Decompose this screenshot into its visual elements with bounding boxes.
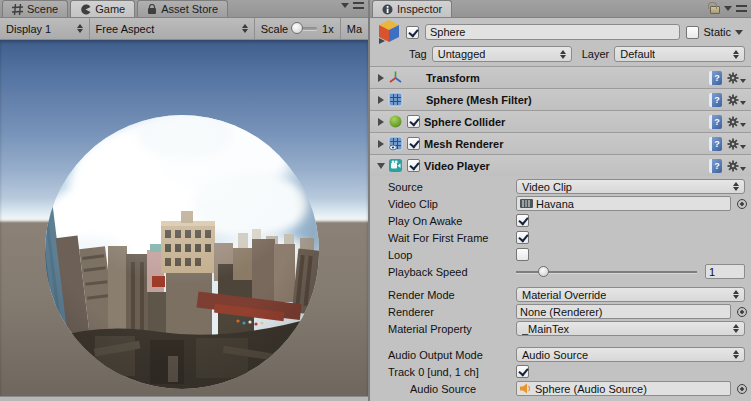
- tab-asset-store[interactable]: Asset Store: [137, 0, 228, 17]
- video-clip-object-field[interactable]: Havana: [516, 196, 731, 211]
- gameobject-cube-icon[interactable]: [376, 18, 406, 46]
- help-icon[interactable]: ?: [709, 71, 722, 85]
- component-enabled-checkbox[interactable]: [407, 137, 420, 150]
- playback-speed-slider[interactable]: [516, 265, 697, 278]
- playback-speed-field[interactable]: 1: [705, 264, 745, 279]
- layer-label: Layer: [582, 48, 610, 60]
- dropdown-arrow-icon: [724, 6, 732, 11]
- dropdown-arrow-icon: [341, 3, 349, 8]
- tab-game-label: Game: [95, 3, 125, 15]
- settings-gear-icon[interactable]: [727, 116, 746, 128]
- scale-label: Scale: [261, 23, 289, 35]
- property-row-playback-speed: Playback Speed 1: [370, 263, 751, 280]
- display-dropdown[interactable]: Display 1: [0, 18, 90, 39]
- property-row-source: Source Video Clip: [370, 178, 751, 195]
- static-dropdown-arrow[interactable]: [735, 30, 743, 35]
- menu-icon[interactable]: [736, 5, 747, 12]
- tag-dropdown[interactable]: Untagged: [432, 46, 572, 62]
- property-row-loop: Loop: [370, 246, 751, 263]
- track0-checkbox[interactable]: [516, 365, 529, 378]
- renderer-object-field[interactable]: None (Renderer): [516, 304, 731, 319]
- sphere-collider-icon: [388, 114, 403, 129]
- wait-for-first-frame-checkbox[interactable]: [516, 231, 529, 244]
- object-picker-icon[interactable]: [737, 199, 747, 209]
- help-icon[interactable]: ?: [709, 159, 722, 173]
- scale-slider[interactable]: [293, 27, 317, 30]
- inspector-panel: Inspector: [370, 0, 751, 401]
- component-header-video-player[interactable]: Video Player ?: [370, 154, 751, 176]
- expander-icon[interactable]: [376, 96, 386, 104]
- material-property-dropdown[interactable]: _MainTex: [516, 321, 745, 336]
- game-viewport[interactable]: [0, 40, 368, 401]
- popup-arrows-icon: [732, 290, 739, 299]
- static-checkbox[interactable]: [686, 26, 699, 39]
- maximize-toggle-truncated[interactable]: Ma: [341, 18, 368, 39]
- expander-icon[interactable]: [376, 74, 386, 82]
- help-icon[interactable]: ?: [709, 137, 722, 151]
- scene-grid-icon: [12, 4, 23, 15]
- tag-label: Tag: [409, 48, 427, 60]
- component-header-sphere-collider[interactable]: Sphere Collider ?: [370, 110, 751, 132]
- expander-icon[interactable]: [376, 140, 386, 148]
- maximize-label-truncated: Ma: [347, 23, 362, 35]
- aspect-dropdown[interactable]: Free Aspect: [90, 18, 255, 39]
- settings-gear-icon[interactable]: [727, 72, 746, 84]
- component-label: Video Player: [424, 160, 490, 172]
- tab-inspector[interactable]: Inspector: [372, 0, 452, 17]
- component-header-mesh-renderer[interactable]: Mesh Renderer ?: [370, 132, 751, 154]
- lock-icon[interactable]: [710, 6, 720, 14]
- tab-scene[interactable]: Scene: [2, 0, 68, 17]
- popup-arrows-icon: [76, 24, 83, 33]
- display-dropdown-label: Display 1: [6, 23, 51, 35]
- settings-gear-icon[interactable]: [727, 160, 746, 172]
- scale-slider-thumb[interactable]: [291, 22, 303, 34]
- audio-output-mode-dropdown[interactable]: Audio Source: [516, 347, 745, 362]
- object-picker-icon[interactable]: [737, 307, 747, 317]
- game-toolbar: Display 1 Free Aspect Scale 1x Ma: [0, 18, 368, 40]
- audio-source-icon: [520, 383, 532, 394]
- object-picker-icon[interactable]: [737, 384, 747, 394]
- scale-control: Scale 1x: [255, 18, 341, 39]
- menu-icon: [353, 2, 364, 9]
- help-icon[interactable]: ?: [709, 115, 722, 129]
- popup-arrows-icon: [559, 50, 566, 59]
- scale-value: 1x: [322, 23, 334, 35]
- tab-asset-store-label: Asset Store: [161, 3, 218, 15]
- source-dropdown[interactable]: Video Clip: [516, 179, 745, 194]
- layer-dropdown[interactable]: Default: [614, 46, 745, 62]
- tab-game[interactable]: Game: [70, 0, 135, 17]
- component-label: Sphere (Mesh Filter): [426, 94, 532, 106]
- tab-inspector-label: Inspector: [397, 3, 442, 15]
- component-enabled-checkbox[interactable]: [407, 115, 420, 128]
- left-tabbar: Scene Game Asset Store: [0, 0, 368, 18]
- settings-gear-icon[interactable]: [727, 94, 746, 106]
- gameobject-name-field[interactable]: Sphere: [425, 24, 680, 40]
- expander-icon[interactable]: [376, 118, 386, 126]
- settings-gear-icon[interactable]: [727, 138, 746, 150]
- component-header-mesh-filter[interactable]: Sphere (Mesh Filter) ?: [370, 88, 751, 110]
- component-header-transform[interactable]: Transform ?: [370, 66, 751, 88]
- gameobject-header: Sphere Static Tag Untagged Layer: [370, 18, 751, 66]
- window-bottom-edge: [0, 396, 368, 401]
- popup-arrows-icon: [732, 350, 739, 359]
- loop-checkbox[interactable]: [516, 248, 529, 261]
- unity-editor-window: Scene Game Asset Store: [0, 0, 751, 401]
- slider-thumb[interactable]: [538, 266, 549, 277]
- expander-icon[interactable]: [376, 163, 386, 169]
- video-clip-icon: [520, 199, 533, 208]
- video-player-properties: Source Video Clip Video Clip Havana: [370, 176, 751, 397]
- play-on-awake-checkbox[interactable]: [516, 214, 529, 227]
- component-enabled-checkbox[interactable]: [407, 159, 420, 172]
- component-label: Sphere Collider: [424, 116, 505, 128]
- mesh-renderer-icon: [388, 136, 403, 151]
- gameobject-enabled-checkbox[interactable]: [406, 26, 419, 39]
- popup-arrows-icon: [241, 24, 248, 33]
- popup-arrows-icon: [732, 324, 739, 333]
- video-sphere: [0, 40, 368, 396]
- left-tabbar-menu[interactable]: [341, 2, 364, 9]
- mesh-filter-icon: [388, 92, 403, 107]
- render-mode-dropdown[interactable]: Material Override: [516, 287, 745, 302]
- popup-arrows-icon: [732, 50, 739, 59]
- help-icon[interactable]: ?: [709, 93, 722, 107]
- audio-source-object-field[interactable]: Sphere (Audio Source): [516, 381, 731, 396]
